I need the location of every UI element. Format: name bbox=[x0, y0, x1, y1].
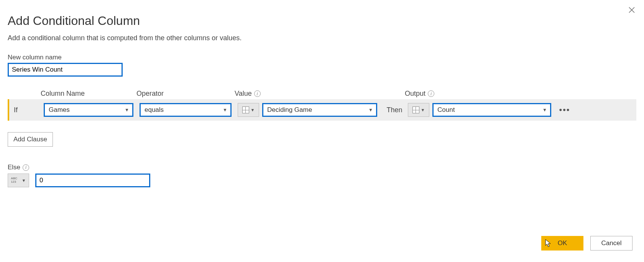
output-type-selector[interactable]: ▼ bbox=[408, 103, 429, 117]
header-operator: Operator bbox=[136, 90, 235, 98]
dialog-title: Add Conditional Column bbox=[8, 14, 636, 28]
output-value: Count bbox=[437, 106, 455, 114]
operator-value: equals bbox=[145, 106, 164, 114]
output-dropdown[interactable]: Count ▼ bbox=[432, 103, 551, 117]
value-dropdown[interactable]: Deciding Game ▼ bbox=[262, 103, 377, 117]
close-button[interactable] bbox=[626, 5, 637, 15]
dialog-subtitle: Add a conditional column that is compute… bbox=[8, 34, 636, 42]
else-label: Else bbox=[8, 164, 20, 171]
new-column-name-input[interactable] bbox=[8, 63, 123, 77]
cancel-button[interactable]: Cancel bbox=[590, 236, 632, 251]
chevron-down-icon: ▼ bbox=[368, 107, 373, 113]
more-options-button[interactable]: ••• bbox=[555, 105, 574, 115]
abc123-icon: ABC123 bbox=[11, 177, 20, 184]
chevron-down-icon: ▼ bbox=[251, 108, 255, 112]
new-column-name-label: New column name bbox=[8, 54, 636, 61]
else-value-input[interactable] bbox=[35, 174, 150, 187]
column-icon bbox=[242, 106, 249, 113]
chevron-down-icon: ▼ bbox=[223, 107, 227, 113]
value-value: Deciding Game bbox=[267, 106, 312, 114]
else-type-selector[interactable]: ABC123 ▼ bbox=[8, 174, 29, 187]
info-icon[interactable]: i bbox=[428, 90, 434, 97]
column-name-value: Games bbox=[49, 106, 70, 114]
header-column-name: Column Name bbox=[41, 90, 136, 98]
header-output: Output bbox=[405, 90, 426, 98]
column-icon bbox=[412, 106, 419, 113]
ok-button[interactable]: OK bbox=[541, 236, 583, 251]
chevron-down-icon: ▼ bbox=[542, 107, 547, 113]
column-name-dropdown[interactable]: Games ▼ bbox=[44, 103, 133, 117]
info-icon[interactable]: i bbox=[254, 90, 261, 97]
ok-label: OK bbox=[558, 239, 567, 247]
chevron-down-icon: ▼ bbox=[125, 107, 129, 113]
value-type-selector[interactable]: ▼ bbox=[238, 103, 259, 117]
then-label: Then bbox=[381, 106, 408, 114]
condition-row: If Games ▼ equals ▼ ▼ Deciding Game ▼ Th… bbox=[8, 99, 636, 121]
chevron-down-icon: ▼ bbox=[22, 178, 26, 183]
cursor-icon bbox=[545, 239, 551, 247]
header-value: Value bbox=[235, 90, 252, 98]
chevron-down-icon: ▼ bbox=[421, 108, 425, 112]
if-label: If bbox=[12, 106, 44, 114]
info-icon[interactable]: i bbox=[23, 164, 29, 171]
operator-dropdown[interactable]: equals ▼ bbox=[140, 103, 232, 117]
close-icon bbox=[628, 7, 635, 13]
add-clause-button[interactable]: Add Clause bbox=[8, 132, 53, 147]
